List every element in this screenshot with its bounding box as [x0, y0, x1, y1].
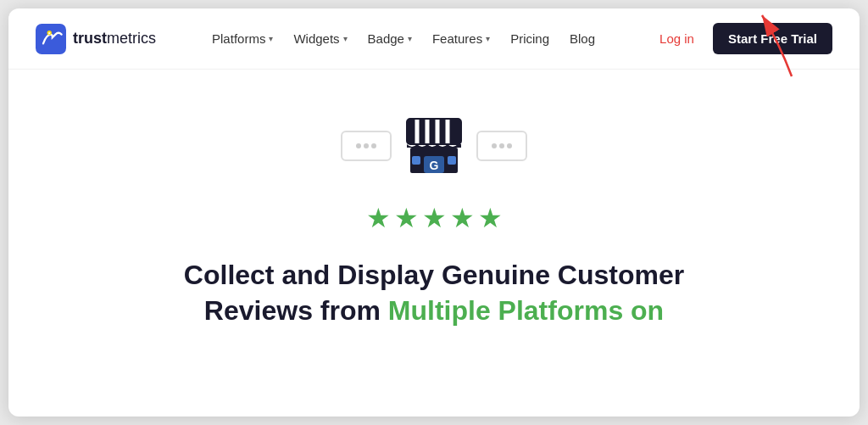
- nav-item-blog[interactable]: Blog: [561, 26, 604, 51]
- star-4: ★: [450, 202, 475, 234]
- chevron-down-icon: ▾: [408, 34, 412, 43]
- stars-row: ★ ★ ★ ★ ★: [366, 202, 503, 234]
- login-link[interactable]: Log in: [651, 26, 703, 51]
- svg-rect-0: [36, 24, 66, 54]
- svg-rect-14: [448, 156, 456, 165]
- logo-text: trustmetrics: [73, 30, 156, 48]
- nav-item-platforms[interactable]: Platforms ▾: [203, 26, 281, 51]
- nav-links: Platforms ▾ Widgets ▾ Badge ▾ Features: [203, 26, 604, 51]
- svg-rect-13: [412, 156, 420, 165]
- widget-card-left: [341, 131, 392, 161]
- star-1: ★: [366, 202, 391, 234]
- nav-item-features[interactable]: Features ▾: [424, 26, 498, 51]
- navbar: trustmetrics Platforms ▾ Widgets ▾ Badge…: [8, 8, 860, 70]
- chevron-down-icon: ▾: [269, 34, 273, 43]
- widget-card-right: [476, 131, 527, 161]
- start-free-trial-button[interactable]: Start Free Trial: [713, 23, 832, 54]
- svg-text:G: G: [430, 159, 439, 172]
- star-2: ★: [394, 202, 419, 234]
- nav-item-pricing[interactable]: Pricing: [502, 26, 558, 51]
- nav-item-widgets[interactable]: Widgets ▾: [285, 26, 355, 51]
- star-5: ★: [478, 202, 503, 234]
- chevron-down-icon: ▾: [343, 34, 348, 43]
- headline-green: Multiple Platforms on: [388, 295, 664, 326]
- store-icon: G: [400, 112, 468, 180]
- page-wrapper: trustmetrics Platforms ▾ Widgets ▾ Badge…: [8, 8, 860, 417]
- logo[interactable]: trustmetrics: [36, 24, 156, 54]
- chevron-down-icon: ▾: [486, 34, 490, 43]
- hero-section: G ★ ★ ★ ★ ★ Coll: [8, 70, 860, 354]
- star-3: ★: [422, 202, 447, 234]
- nav-actions: Log in Start Free Trial: [651, 23, 832, 54]
- nav-item-badge[interactable]: Badge ▾: [359, 26, 420, 51]
- logo-icon: [36, 24, 66, 54]
- headline: Collect and Display Genuine Customer Rev…: [184, 258, 684, 328]
- store-area: G: [341, 103, 527, 188]
